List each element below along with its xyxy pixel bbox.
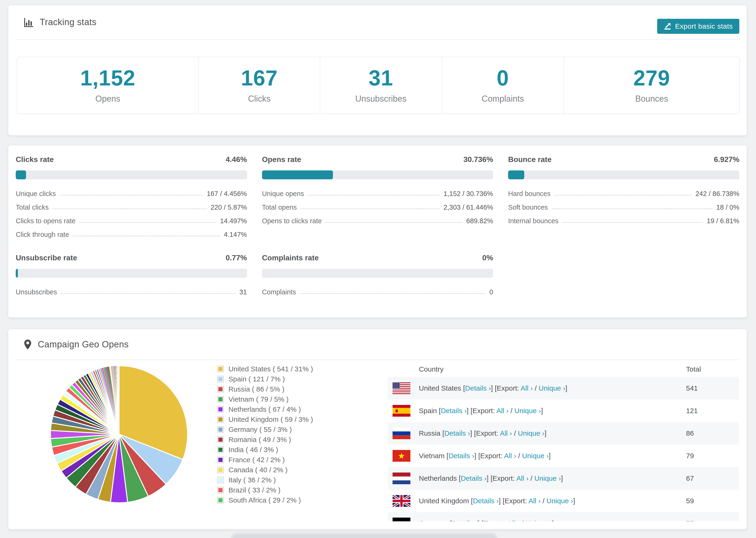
- dotted-leader: [61, 293, 236, 294]
- details-link[interactable]: Details ›: [444, 429, 470, 437]
- total-cell: 79: [686, 452, 694, 460]
- legend-item-india: India ( 46 / 3% ): [217, 445, 313, 455]
- dotted-leader: [552, 208, 713, 209]
- rate-detail-row: Total opens2,303 / 61.446%: [262, 198, 493, 212]
- rate-detail-value: 1,152 / 30.736%: [444, 190, 493, 198]
- legend-swatch-color: [218, 377, 223, 381]
- rates-grid: Clicks rate4.46%Unique clicks167 / 4.456…: [8, 145, 747, 306]
- rate-rows: Unsubscribes31: [16, 283, 247, 296]
- geo-opens-pie-chart: [44, 359, 194, 510]
- details-link[interactable]: Details ›: [452, 519, 477, 521]
- rate-head: Opens rate30.736%: [262, 155, 493, 164]
- details-link[interactable]: Details ›: [449, 452, 474, 459]
- export-all-link[interactable]: All ›: [528, 497, 541, 505]
- rate-detail-value: 14.497%: [220, 217, 247, 225]
- legend-label: United States ( 541 / 31% ): [229, 365, 313, 373]
- legend-label: Italy ( 36 / 2% ): [229, 476, 276, 484]
- flag-vn-icon: [393, 450, 410, 462]
- country-cell: Russia [Details ›] [Export: All › / Uniq…: [419, 429, 547, 437]
- rate-detail-value: 220 / 5.87%: [211, 203, 247, 212]
- legend-swatch-color: [218, 417, 223, 422]
- flag-ru-icon: [393, 427, 410, 439]
- geo-table: Country Total United States [Details ›] …: [388, 361, 739, 521]
- rate-block-unsubscribe-rate: Unsubscribe rate0.77%Unsubscribes31: [16, 253, 247, 296]
- details-link[interactable]: Details ›: [473, 497, 499, 505]
- rate-detail-row: Total clicks220 / 5.87%: [16, 198, 247, 212]
- legend-item-italy: Italy ( 36 / 2% ): [217, 475, 313, 485]
- legend-swatch: [217, 477, 224, 483]
- legend-swatch: [217, 416, 224, 423]
- divider: [15, 39, 740, 40]
- rates-card: Clicks rate4.46%Unique clicks167 / 4.456…: [8, 145, 747, 318]
- progress-bar-fill: [16, 269, 18, 278]
- rate-detail-label: Internal bounces: [508, 217, 558, 225]
- legend-swatch-color: [218, 468, 223, 472]
- export-all-link[interactable]: All ›: [504, 452, 516, 459]
- export-all-link[interactable]: All ›: [516, 474, 528, 482]
- legend-item-germany: Germany ( 55 / 3% ): [217, 424, 313, 435]
- stat-cell-complaints: 0Complaints: [442, 57, 564, 114]
- export-basic-stats-button[interactable]: Export basic stats: [657, 19, 739, 34]
- country-cell: Germany [Details ›] [Export: All › / Uni…: [419, 519, 554, 521]
- stat-value: 167: [241, 67, 278, 89]
- legend-item-south-africa: South Africa ( 29 / 2% ): [217, 495, 313, 505]
- flag-es-icon: [393, 405, 410, 417]
- export-unique-link[interactable]: Unique ›: [539, 384, 565, 392]
- geo-table-row-united-kingdom: United Kingdom [Details ›] [Export: All …: [388, 490, 739, 512]
- rate-title: Clicks rate: [16, 155, 54, 164]
- rate-percentage: 30.736%: [463, 155, 493, 164]
- legend-item-united-kingdom: United Kingdom ( 59 / 3% ): [217, 414, 313, 424]
- total-cell: 67: [686, 474, 694, 482]
- rate-rows: Unique clicks167 / 4.456%Total clicks220…: [16, 185, 247, 239]
- details-link[interactable]: Details ›: [460, 474, 486, 482]
- export-unique-link[interactable]: Unique ›: [518, 429, 544, 437]
- flag-gb-icon: [393, 495, 410, 507]
- export-all-link[interactable]: All ›: [507, 519, 519, 521]
- export-unique-link[interactable]: Unique ›: [547, 497, 573, 505]
- rate-detail-value: 19 / 6.81%: [707, 217, 739, 225]
- legend-swatch-color: [218, 448, 223, 452]
- rate-detail-value: 31: [239, 288, 247, 296]
- tracking-stats-header: Tracking stats: [8, 5, 747, 39]
- export-unique-link[interactable]: Unique ›: [525, 519, 552, 521]
- stat-cell-unsubscribes: 31Unsubscribes: [320, 57, 442, 114]
- rate-detail-label: Complaints: [262, 288, 296, 296]
- country-cell: Netherlands [Details ›] [Export: All › /…: [419, 474, 563, 482]
- export-all-link[interactable]: All ›: [496, 407, 509, 414]
- legend-swatch: [217, 457, 224, 463]
- total-cell: 541: [686, 384, 698, 392]
- progress-bar-fill: [508, 170, 524, 179]
- export-unique-link[interactable]: Unique ›: [514, 407, 541, 414]
- details-link[interactable]: Details ›: [465, 384, 491, 392]
- legend-item-france: France ( 42 / 2% ): [217, 455, 313, 465]
- legend-item-romania: Romania ( 49 / 3% ): [217, 435, 313, 445]
- rate-detail-row: Hard bounces242 / 86.738%: [508, 185, 739, 198]
- legend-item-russia: Russia ( 86 / 5% ): [217, 384, 313, 394]
- rate-block-opens-rate: Opens rate30.736%Unique opens1,152 / 30.…: [262, 155, 493, 239]
- legend-swatch-color: [218, 387, 223, 391]
- rate-head: Unsubscribe rate0.77%: [16, 253, 247, 262]
- tracking-stats-card: Tracking stats Export basic stats 1,152O…: [8, 5, 747, 136]
- country-cell: United Kingdom [Details ›] [Export: All …: [419, 497, 575, 505]
- flag-de-icon: [393, 517, 410, 521]
- stat-label: Clicks: [248, 94, 271, 104]
- details-link[interactable]: Details ›: [441, 407, 466, 414]
- legend-swatch: [217, 406, 224, 413]
- legend-swatch-color: [218, 397, 223, 402]
- rate-percentage: 0.77%: [226, 253, 247, 262]
- export-unique-link[interactable]: Unique ›: [534, 474, 561, 482]
- rate-title: Complaints rate: [262, 253, 319, 262]
- stats-row: 1,152Opens167Clicks31Unsubscribes0Compla…: [17, 57, 740, 114]
- stat-cell-bounces: 279Bounces: [564, 57, 739, 114]
- stat-value: 279: [633, 67, 670, 89]
- export-all-link[interactable]: All ›: [521, 384, 533, 392]
- export-button-label: Export basic stats: [675, 22, 733, 30]
- country-cell: Vietnam [Details ›] [Export: All › / Uni…: [419, 452, 551, 460]
- export-all-link[interactable]: All ›: [500, 429, 512, 437]
- export-unique-link[interactable]: Unique ›: [522, 452, 549, 459]
- rate-detail-row: Clicks to opens rate14.497%: [16, 212, 247, 225]
- bottom-blob: [232, 533, 497, 538]
- legend-swatch: [217, 376, 224, 382]
- legend-swatch: [217, 497, 224, 504]
- geo-opens-title: Campaign Geo Opens: [38, 340, 129, 350]
